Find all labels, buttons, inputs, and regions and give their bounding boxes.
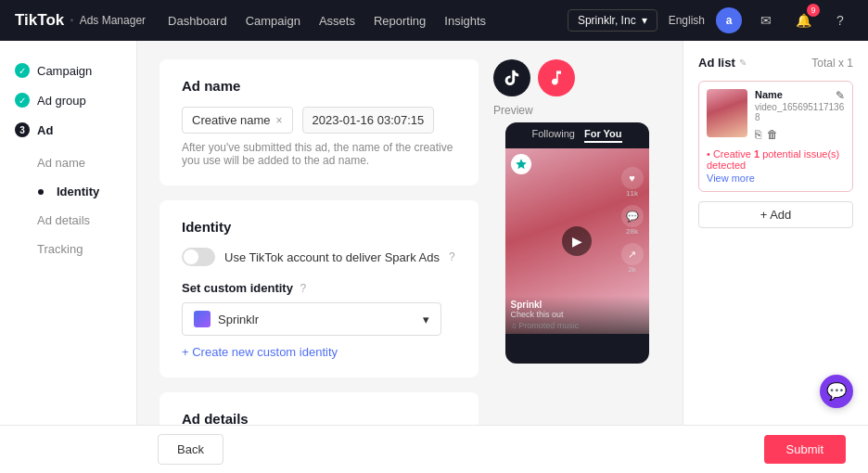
sidebar-sub-addetails[interactable]: Ad details <box>0 206 136 235</box>
mail-icon[interactable]: ✉ <box>753 7 779 33</box>
preview-following-tab[interactable]: Following <box>531 128 574 143</box>
share-count: 2k <box>621 265 644 274</box>
ad-list-help-icon[interactable]: ✎ <box>739 58 747 68</box>
preview-share-action: ↗ 2k <box>621 243 644 274</box>
preview-right-actions: ♥ 11k 💬 28k ↗ 2k <box>621 167 644 274</box>
remove-tag-button[interactable]: × <box>276 114 283 127</box>
preview-video-info: Sprinkl Check this out ♫ Promoted music <box>505 296 649 334</box>
ad-card-id: video_1656951171368 <box>755 102 845 122</box>
copy-ad-button[interactable]: ⎘ <box>755 128 761 141</box>
preview-cta: Check this out <box>511 310 644 319</box>
chat-icon: 💬 <box>826 381 847 402</box>
spark-ads-toggle-row: Use TikTok account to deliver Spark Ads … <box>182 248 456 266</box>
preview-badge <box>511 154 531 174</box>
sidebar-item-ad[interactable]: 3 Ad <box>0 115 136 145</box>
other-platform-button[interactable] <box>538 59 575 96</box>
spark-ads-help-icon[interactable]: ? <box>449 250 455 263</box>
nav-campaign[interactable]: Campaign <box>246 14 300 28</box>
sidebar-sub-identity[interactable]: Identity <box>0 177 136 206</box>
ad-name-row: Creative name × 2023-01-16 03:07:15 <box>182 107 456 134</box>
ad-name-section: Ad name Creative name × 2023-01-16 03:07… <box>160 59 479 185</box>
create-identity-link[interactable]: + Create new custom identity <box>182 345 456 359</box>
chat-support-button[interactable]: 💬 <box>820 375 853 408</box>
ad-list-title: Ad list <box>698 56 735 70</box>
sidebar-label-ad: Ad <box>37 123 53 137</box>
issue-count: 1 <box>754 148 760 160</box>
sidebar-label-campaign: Campaign <box>37 64 92 78</box>
creative-name-tag[interactable]: Creative name × <box>182 107 293 134</box>
check-icon-adgroup: ✓ <box>15 93 30 108</box>
heart-icon[interactable]: ♥ <box>621 167 644 189</box>
user-avatar[interactable]: a <box>716 7 742 33</box>
sidebar-label-identity: Identity <box>57 185 99 198</box>
set-custom-label: Set custom identity ? <box>182 281 456 295</box>
selected-identity-name: Sprinklr <box>218 313 259 326</box>
ad-list-total: Total x 1 <box>811 57 853 70</box>
sidebar-label-adgroup: Ad group <box>37 94 86 108</box>
ad-name-date: 2023-01-16 03:07:15 <box>302 107 435 134</box>
sidebar-item-adgroup[interactable]: ✓ Ad group <box>0 85 136 115</box>
check-icon-campaign: ✓ <box>15 63 30 78</box>
preview-video-area: ♥ 11k 💬 28k ↗ 2k ▶ <box>505 148 649 334</box>
preview-side: Preview Following For You ♥ <box>493 59 660 473</box>
preview-nav-bar: Following For You <box>505 122 649 148</box>
submit-button[interactable]: Submit <box>764 435 846 464</box>
sidebar: ✓ Campaign ✓ Ad group 3 Ad Ad name Ident… <box>0 41 137 473</box>
ad-card: Name ✎ video_1656951171368 ⎘ 🗑 • Creativ… <box>698 81 853 192</box>
ad-name-hint: After you've submitted this ad, the name… <box>182 141 456 167</box>
ad-issue-text: • Creative 1 potential issue(s) detected <box>707 148 845 171</box>
main-content: Ad name Creative name × 2023-01-16 03:07… <box>137 41 683 473</box>
dropdown-chevron-icon: ▾ <box>423 313 429 326</box>
preview-play-button[interactable]: ▶ <box>562 226 592 256</box>
tiktok-platform-button[interactable] <box>493 59 530 96</box>
preview-label: Preview <box>493 104 660 117</box>
set-custom-help-icon[interactable]: ? <box>300 282 307 295</box>
sidebar-label-tracking: Tracking <box>37 242 83 256</box>
identity-select-dropdown[interactable]: Sprinklr ▾ <box>182 302 441 336</box>
logo-ads: Ads Manager <box>80 14 146 27</box>
promoted-text: Promoted music <box>518 321 579 330</box>
preview-username: Sprinkl <box>511 300 644 310</box>
nav-dashboard[interactable]: Dashboard <box>168 14 227 28</box>
nav-assets[interactable]: Assets <box>319 14 355 28</box>
spark-ads-toggle[interactable] <box>182 248 215 266</box>
top-navigation: TikTok · Ads Manager Dashboard Campaign … <box>0 0 868 41</box>
content-preview-layout: Ad name Creative name × 2023-01-16 03:07… <box>160 59 660 473</box>
delete-ad-button[interactable]: 🗑 <box>767 128 778 141</box>
chevron-down-icon: ▾ <box>642 14 647 27</box>
ad-thumb-visual <box>707 89 747 137</box>
identity-section: Identity Use TikTok account to deliver S… <box>160 200 479 377</box>
account-name: Sprinklr, Inc <box>578 14 636 27</box>
back-button[interactable]: Back <box>158 434 223 465</box>
account-selector[interactable]: Sprinklr, Inc ▾ <box>568 9 657 32</box>
create-link-text: + Create new custom identity <box>182 345 338 359</box>
ad-card-name-label: Name <box>755 89 783 100</box>
sidebar-sub-tracking[interactable]: Tracking <box>0 235 136 263</box>
creative-name-text: Creative name <box>192 113 271 127</box>
sidebar-sub-adname[interactable]: Ad name <box>0 148 136 177</box>
music-note-icon: ♫ <box>511 321 517 330</box>
preview-comment-action: 💬 28k <box>621 205 644 236</box>
sidebar-item-campaign[interactable]: ✓ Campaign <box>0 56 136 85</box>
sidebar-label-addetails: Ad details <box>37 213 90 227</box>
view-more-button[interactable]: View more <box>707 173 845 184</box>
notification-count: 9 <box>807 4 820 17</box>
preview-for-you-tab[interactable]: For You <box>584 128 622 143</box>
edit-ad-button[interactable]: ✎ <box>836 89 845 102</box>
set-custom-text: Set custom identity <box>182 281 293 295</box>
comment-icon[interactable]: 💬 <box>621 205 644 227</box>
ad-card-top: Name ✎ video_1656951171368 ⎘ 🗑 <box>707 89 845 141</box>
help-icon[interactable]: ? <box>827 7 853 33</box>
add-ad-button[interactable]: + Add <box>698 201 853 228</box>
ad-thumbnail <box>707 89 747 137</box>
nav-reporting[interactable]: Reporting <box>374 14 426 28</box>
tiktok-preview-area: Following For You ♥ 11k <box>505 122 649 364</box>
nav-insights[interactable]: Insights <box>444 14 486 28</box>
nav-links: Dashboard Campaign Assets Reporting Insi… <box>168 14 545 28</box>
share-icon[interactable]: ↗ <box>621 243 644 265</box>
notification-button[interactable]: 🔔 9 <box>790 7 816 33</box>
language-button[interactable]: English <box>669 14 705 27</box>
num-badge-ad: 3 <box>15 122 30 137</box>
sidebar-label-adname: Ad name <box>37 156 85 170</box>
active-dot <box>38 189 44 195</box>
